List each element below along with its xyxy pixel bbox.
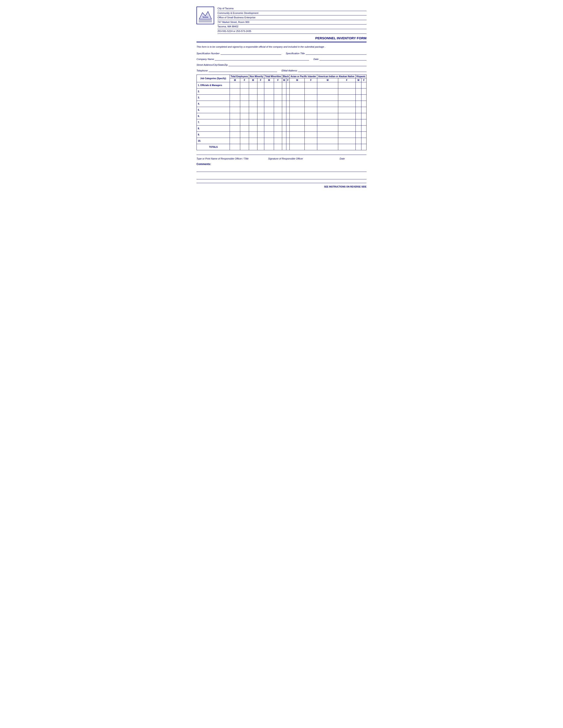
totals-total-m[interactable] (230, 144, 240, 150)
cell-r1-c5[interactable] (264, 82, 274, 88)
cell-r2-c12[interactable] (338, 88, 356, 94)
cell-r6-c14[interactable] (362, 113, 367, 119)
cell-r5-c8[interactable] (286, 107, 290, 113)
cell-r4-c4[interactable] (257, 101, 264, 107)
cell-r10-c2[interactable] (240, 138, 249, 144)
totals-total-f[interactable] (240, 144, 249, 150)
cell-r8-c12[interactable] (338, 125, 356, 131)
totals-hisp-m[interactable] (356, 144, 362, 150)
cell-r5-c5[interactable] (264, 107, 274, 113)
cell-r5-c1[interactable] (230, 107, 240, 113)
cell-r3-c7[interactable] (282, 94, 287, 101)
cell-r4-c1[interactable] (230, 101, 240, 107)
cell-r10-c8[interactable] (286, 138, 290, 144)
cell-r10-c10[interactable] (305, 138, 317, 144)
cell-r8-c11[interactable] (317, 125, 338, 131)
cell-r7-c9[interactable] (290, 119, 305, 125)
cell-r9-c10[interactable] (305, 131, 317, 138)
street-field[interactable] (228, 63, 367, 66)
cell-r3-c8[interactable] (286, 94, 290, 101)
comment-line-1[interactable] (196, 167, 367, 172)
cell-r6-c4[interactable] (257, 113, 264, 119)
cell-r9-c9[interactable] (290, 131, 305, 138)
cell-r3-c1[interactable] (230, 94, 240, 101)
totals-nonmin-f[interactable] (257, 144, 264, 150)
cell-r8-c4[interactable] (257, 125, 264, 131)
cell-r10-c12[interactable] (338, 138, 356, 144)
cell-r6-c12[interactable] (338, 113, 356, 119)
cell-r5-c10[interactable] (305, 107, 317, 113)
cell-r7-c13[interactable] (356, 119, 362, 125)
cell-r9-c8[interactable] (286, 131, 290, 138)
cell-r6-c6[interactable] (274, 113, 282, 119)
comment-line-2[interactable] (196, 175, 367, 179)
cell-r9-c5[interactable] (264, 131, 274, 138)
cell-r2-c7[interactable] (282, 88, 287, 94)
cell-r5-c11[interactable] (317, 107, 338, 113)
cell-r6-c11[interactable] (317, 113, 338, 119)
totals-asian-f[interactable] (305, 144, 317, 150)
cell-r2-c2[interactable] (240, 88, 249, 94)
cell-r7-c11[interactable] (317, 119, 338, 125)
cell-r8-c8[interactable] (286, 125, 290, 131)
cell-r1-c3[interactable] (249, 82, 257, 88)
cell-r10-c1[interactable] (230, 138, 240, 144)
cell-r7-c3[interactable] (249, 119, 257, 125)
cell-r1-c4[interactable] (257, 82, 264, 88)
cell-r5-c4[interactable] (257, 107, 264, 113)
cell-r8-c9[interactable] (290, 125, 305, 131)
cell-r6-c13[interactable] (356, 113, 362, 119)
cell-r2-c8[interactable] (286, 88, 290, 94)
cell-r3-c4[interactable] (257, 94, 264, 101)
cell-r4-c12[interactable] (338, 101, 356, 107)
cell-r9-c4[interactable] (257, 131, 264, 138)
cell-r7-c8[interactable] (286, 119, 290, 125)
cell-r7-c14[interactable] (362, 119, 367, 125)
cell-r7-c2[interactable] (240, 119, 249, 125)
cell-r6-c8[interactable] (286, 113, 290, 119)
cell-r6-c3[interactable] (249, 113, 257, 119)
totals-amind-m[interactable] (317, 144, 338, 150)
cell-r7-c10[interactable] (305, 119, 317, 125)
cell-r10-c9[interactable] (290, 138, 305, 144)
cell-r4-c11[interactable] (317, 101, 338, 107)
cell-r9-c7[interactable] (282, 131, 287, 138)
cell-r3-c12[interactable] (338, 94, 356, 101)
cell-r9-c3[interactable] (249, 131, 257, 138)
cell-r2-c9[interactable] (290, 88, 305, 94)
cell-r3-c9[interactable] (290, 94, 305, 101)
cell-r4-c8[interactable] (286, 101, 290, 107)
totals-nonmin-m[interactable] (249, 144, 257, 150)
cell-r5-c9[interactable] (290, 107, 305, 113)
cell-r10-c5[interactable] (264, 138, 274, 144)
totals-black-m[interactable] (282, 144, 287, 150)
cell-r3-c3[interactable] (249, 94, 257, 101)
cell-r6-c7[interactable] (282, 113, 287, 119)
totals-asian-m[interactable] (290, 144, 305, 150)
cell-r2-c3[interactable] (249, 88, 257, 94)
cell-r1-c13[interactable] (356, 82, 362, 88)
cell-r8-c2[interactable] (240, 125, 249, 131)
cell-r9-c1[interactable] (230, 131, 240, 138)
cell-r9-c11[interactable] (317, 131, 338, 138)
cell-r4-c3[interactable] (249, 101, 257, 107)
cell-r3-c2[interactable] (240, 94, 249, 101)
cell-r3-c14[interactable] (362, 94, 367, 101)
cell-r7-c4[interactable] (257, 119, 264, 125)
cell-r8-c13[interactable] (356, 125, 362, 131)
cell-r9-c2[interactable] (240, 131, 249, 138)
cell-r6-c5[interactable] (264, 113, 274, 119)
spec-title-field[interactable] (306, 52, 367, 55)
cell-r1-c11[interactable] (317, 82, 338, 88)
cell-r8-c5[interactable] (264, 125, 274, 131)
cell-r5-c13[interactable] (356, 107, 362, 113)
cell-r6-c9[interactable] (290, 113, 305, 119)
cell-r10-c4[interactable] (257, 138, 264, 144)
cell-r8-c6[interactable] (274, 125, 282, 131)
cell-r8-c14[interactable] (362, 125, 367, 131)
cell-r10-c11[interactable] (317, 138, 338, 144)
cell-r5-c3[interactable] (249, 107, 257, 113)
cell-r1-c7[interactable] (282, 82, 287, 88)
cell-r3-c11[interactable] (317, 94, 338, 101)
cell-r2-c10[interactable] (305, 88, 317, 94)
